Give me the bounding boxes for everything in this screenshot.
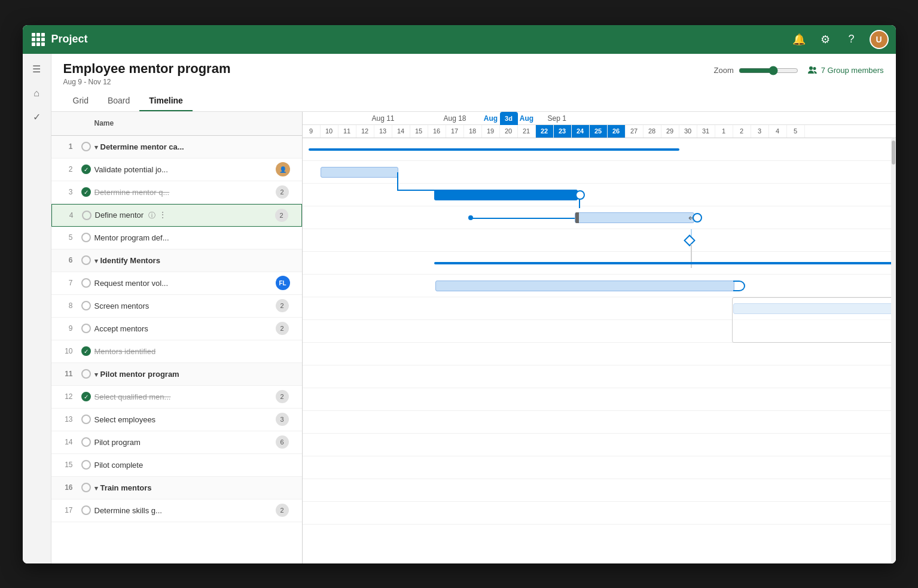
month-aug18-label: Aug 18 (428, 112, 482, 125)
header-tabs-row: Grid Board Timeline (63, 91, 884, 111)
gantt-row-7 (303, 275, 896, 297)
task-row[interactable]: 6 ▾Identify Mentors (51, 249, 302, 272)
user-avatar[interactable]: U (870, 30, 889, 49)
day-cell: 17 (446, 125, 464, 138)
group-members-label: 7 Group members (821, 66, 884, 75)
day-cell: 27 (626, 125, 643, 138)
task-status-circle[interactable] (81, 415, 91, 424)
task-status-circle[interactable] (82, 211, 92, 220)
task-status-circle[interactable] (81, 460, 91, 470)
waffle-menu-button[interactable] (30, 31, 47, 48)
task-status-circle[interactable] (81, 505, 91, 515)
task-status-circle[interactable] (81, 301, 91, 310)
task-status-circle[interactable]: ✓ (81, 164, 91, 174)
task-status-circle[interactable] (81, 278, 91, 288)
task-list-header: Name (51, 112, 302, 136)
task-status-circle[interactable] (81, 233, 91, 242)
project-header: Employee mentor program Aug 9 - Nov 12 Z… (51, 54, 896, 112)
box-wrap-89 (732, 297, 896, 343)
task-status-circle[interactable] (81, 483, 91, 492)
task-list: Name 1 ▾Determine mentor ca... (51, 112, 303, 563)
gantt-row-4: ⇔ (303, 206, 896, 229)
tab-timeline[interactable]: Timeline (139, 91, 193, 111)
sidebar-menu-button[interactable]: ☰ (26, 59, 47, 80)
day-cell: 29 (661, 125, 679, 138)
task-row[interactable]: 11 ▾Pilot mentor program (51, 363, 302, 386)
task-status-circle[interactable]: ✓ (81, 346, 91, 356)
day-cell: 18 (464, 125, 482, 138)
gantt-row-11 (303, 365, 896, 388)
task-row[interactable]: 10 ✓ Mentors identified (51, 340, 302, 363)
task-row[interactable]: 3 ✓ Determine mentor q... 2 (51, 181, 302, 204)
task-row[interactable]: 9 Accept mentors 2 (51, 318, 302, 340)
task-row[interactable]: 13 Select employees 3 (51, 409, 302, 431)
gantt-bar-4-selected[interactable]: ⇔ (575, 212, 694, 223)
day-cell: 13 (374, 125, 392, 138)
gantt-bar-7 (435, 281, 734, 291)
sidebar-check-button[interactable]: ✓ (26, 106, 47, 128)
gantt-row-1 (303, 138, 896, 161)
tab-grid[interactable]: Grid (63, 91, 98, 111)
task-row[interactable]: 8 Screen mentors 2 (51, 295, 302, 318)
top-bar-icons: 🔔 ⚙ ? U (791, 30, 889, 49)
diamond-5 (684, 234, 696, 246)
milestone-3 (575, 190, 585, 200)
task-status-circle[interactable] (81, 142, 91, 151)
task-badge: 2 (276, 504, 289, 517)
help-icon[interactable]: ? (843, 31, 860, 48)
scrollbar-thumb (892, 141, 895, 164)
gantt-row-6 (303, 252, 896, 275)
day-cell: 21 (518, 125, 536, 138)
settings-icon[interactable]: ⚙ (817, 31, 834, 48)
gantt-header: Aug 11 Aug 18 Aug 3d Aug Sep 1 (303, 112, 896, 138)
header-right: Zoom 7 Group members (714, 61, 884, 75)
gantt-row-14 (303, 434, 896, 456)
day-cell: 4 (769, 125, 787, 138)
task-row[interactable]: 15 Pilot complete (51, 454, 302, 477)
task-row[interactable]: 14 Pilot program 6 (51, 431, 302, 454)
task-status-circle[interactable] (81, 324, 91, 333)
aug-label-2: Aug (518, 112, 536, 125)
month-label (303, 112, 338, 125)
task-row[interactable]: 5 Mentor program def... (51, 227, 302, 249)
sidebar-home-button[interactable]: ⌂ (26, 83, 47, 104)
app-frame: Project 🔔 ⚙ ? U ☰ ⌂ ✓ (0, 0, 918, 588)
task-badge: 2 (275, 209, 288, 222)
project-title: Employee mentor program (63, 61, 231, 77)
task-row[interactable]: 16 ▾Train mentors (51, 477, 302, 499)
day-cell: 2 (733, 125, 751, 138)
more-icon[interactable]: ⋮ (158, 210, 167, 220)
gantt-chart[interactable]: Aug 11 Aug 18 Aug 3d Aug Sep 1 (303, 112, 896, 563)
connector-h-4 (470, 218, 578, 219)
task-status-circle[interactable]: ✓ (81, 187, 91, 197)
sep1-label: Sep 1 (536, 112, 896, 125)
gantt-days-row: 9 10 11 12 13 14 15 16 17 18 19 (303, 125, 896, 138)
gantt-row-3 (303, 184, 896, 206)
task-row[interactable]: 1 ▾Determine mentor ca... (51, 136, 302, 159)
task-row[interactable]: 12 ✓ Select qualified men... 2 (51, 386, 302, 409)
day-cell: 10 (321, 125, 338, 138)
day-cell-24: 24 (572, 125, 590, 138)
group-icon (808, 66, 818, 75)
resize-handle-left[interactable] (575, 212, 579, 223)
group-members-button[interactable]: 7 Group members (808, 66, 884, 75)
notification-icon[interactable]: 🔔 (791, 31, 807, 48)
day-cell: 11 (338, 125, 356, 138)
task-row[interactable]: 7 Request mentor vol... FL (51, 272, 302, 295)
gantt-row-10 (303, 343, 896, 365)
info-icon[interactable]: ⓘ (148, 211, 155, 220)
gantt-bar-3 (434, 190, 578, 200)
task-row[interactable]: 4 Define mentor ⓘ ⋮ 2 (51, 204, 302, 227)
gantt-row-9 (303, 320, 896, 343)
gantt-scrollbar[interactable] (891, 138, 896, 563)
task-row[interactable]: 2 ✓ Validate potential jo... 👤 (51, 159, 302, 181)
task-status-circle[interactable] (81, 369, 91, 379)
task-status-circle[interactable] (81, 255, 91, 265)
zoom-control: Zoom (714, 66, 798, 75)
task-status-circle[interactable] (81, 437, 91, 447)
zoom-slider[interactable] (739, 66, 798, 75)
task-status-circle[interactable]: ✓ (81, 392, 91, 401)
gantt-row-16 (303, 479, 896, 502)
task-row[interactable]: 17 Determine skills g... 2 (51, 499, 302, 522)
tab-board[interactable]: Board (98, 91, 139, 111)
